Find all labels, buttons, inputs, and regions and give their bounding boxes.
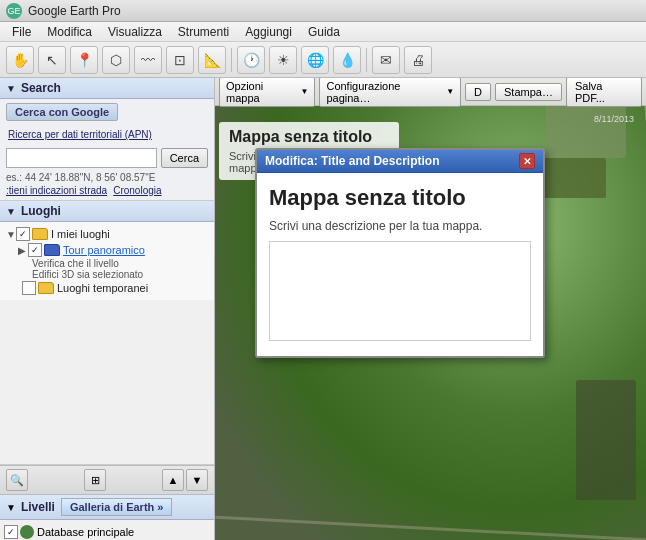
map-toolbar: Opzioni mappa ▼ Configurazione pagina… ▼… xyxy=(215,78,646,106)
search-input-row: Cerca xyxy=(6,148,208,168)
search-tabs: Cerca con Google xyxy=(6,103,208,121)
layers-section-header[interactable]: ▼ Livelli Galleria di Earth » xyxy=(0,495,214,520)
map-overlay-title: Mappa senza titolo xyxy=(229,128,389,146)
print-button[interactable]: 🖨 xyxy=(404,46,432,74)
move-down-button[interactable]: ▼ xyxy=(186,469,208,491)
expand-my-places-arrow[interactable]: ▼ xyxy=(6,229,16,240)
tour-checkbox[interactable]: ✓ xyxy=(28,243,42,257)
add-folder-button[interactable]: ⊞ xyxy=(84,469,106,491)
db-icon xyxy=(20,525,34,539)
list-item: ✓ Database principale xyxy=(4,524,210,540)
stamp-button[interactable]: Stampa… xyxy=(495,83,562,101)
ruler-button[interactable]: 📐 xyxy=(198,46,226,74)
search-links: :tieni indicazioni strada Cronologia xyxy=(6,185,208,196)
list-item: Edifici 3D sia selezionato xyxy=(4,269,210,280)
my-places-folder-icon xyxy=(32,228,48,240)
config-page-dropdown[interactable]: Configurazione pagina… ▼ xyxy=(319,78,461,107)
list-item: Verifica che il livello xyxy=(4,258,210,269)
menu-modifica[interactable]: Modifica xyxy=(39,23,100,41)
dialog-close-button[interactable]: ✕ xyxy=(519,153,535,169)
layers-collapse-arrow[interactable]: ▼ xyxy=(6,502,16,513)
save-pdf-button[interactable]: Salva PDF... xyxy=(566,78,642,107)
history-button[interactable]: 🕐 xyxy=(237,46,265,74)
config-page-label: Configurazione pagina… xyxy=(326,80,442,104)
right-panel: Opzioni mappa ▼ Configurazione pagina… ▼… xyxy=(215,78,646,540)
options-map-dropdown[interactable]: Opzioni mappa ▼ xyxy=(219,78,315,107)
temp-checkbox[interactable] xyxy=(22,281,36,295)
search-places-button[interactable]: 🔍 xyxy=(6,469,28,491)
options-map-label: Opzioni mappa xyxy=(226,80,297,104)
list-item: ▶ ✓ Tour panoramico xyxy=(4,242,210,258)
email-button[interactable]: ✉ xyxy=(372,46,400,74)
search-button[interactable]: Cerca xyxy=(161,148,208,168)
search-collapse-arrow[interactable]: ▼ xyxy=(6,83,16,94)
temp-places-label: Luoghi temporanei xyxy=(57,282,148,294)
add-placemark-button[interactable]: 📍 xyxy=(70,46,98,74)
search-section-header[interactable]: ▼ Search xyxy=(0,78,214,99)
tour-button[interactable]: 🌐 xyxy=(301,46,329,74)
sat-patch xyxy=(576,380,636,500)
date-label: 8/11/2013 xyxy=(594,114,634,124)
tour-label[interactable]: Tour panoramico xyxy=(63,244,145,256)
sat-patch xyxy=(546,98,626,158)
menu-file[interactable]: File xyxy=(4,23,39,41)
history-link[interactable]: Cronologia xyxy=(113,185,161,196)
menu-bar: File Modifica Visualizza Strumenti Aggiu… xyxy=(0,22,646,42)
tour-folder-icon xyxy=(44,244,60,256)
edit-dialog: Modifica: Title and Description ✕ Mappa … xyxy=(255,148,545,358)
places-collapse-arrow[interactable]: ▼ xyxy=(6,206,16,217)
dialog-title-label: Modifica: Title and Description xyxy=(265,154,439,168)
places-label: Luoghi xyxy=(21,204,61,218)
db-checkbox[interactable]: ✓ xyxy=(4,525,18,539)
add-path-button[interactable]: 〰 xyxy=(134,46,162,74)
menu-visualizza[interactable]: Visualizza xyxy=(100,23,170,41)
search-tab-apn[interactable]: Ricerca per dati territoriali (APN) xyxy=(6,127,208,142)
layers-content: ✓ Database principale Earth Pro (USA) xyxy=(0,520,214,540)
my-places-checkbox[interactable]: ✓ xyxy=(16,227,30,241)
sat-road xyxy=(642,78,646,540)
search-tab-google[interactable]: Cerca con Google xyxy=(6,103,118,121)
places-section: ▼ ✓ I miei luoghi ▶ ✓ Tour panoramico Ve… xyxy=(0,222,214,465)
move-up-button[interactable]: ▲ xyxy=(162,469,184,491)
pointer-tool-button[interactable]: ↖ xyxy=(38,46,66,74)
sat-road xyxy=(215,516,646,540)
layers-tabs: Galleria di Earth » xyxy=(61,498,173,516)
dialog-map-title: Mappa senza titolo xyxy=(269,185,531,211)
dialog-body: Mappa senza titolo Scrivi una descrizion… xyxy=(257,173,543,356)
app-title: Google Earth Pro xyxy=(28,4,121,18)
app-icon: GE xyxy=(6,3,22,19)
main-layout: ▼ Search Cerca con Google Ricerca per da… xyxy=(0,78,646,540)
expand-tour-arrow[interactable]: ▶ xyxy=(18,245,28,256)
directions-link[interactable]: :tieni indicazioni strada xyxy=(6,185,107,196)
reorder-buttons: ▲ ▼ xyxy=(162,469,208,491)
toolbar-sep-1 xyxy=(231,48,232,72)
search-input[interactable] xyxy=(6,148,157,168)
add-overlay-button[interactable]: ⊡ xyxy=(166,46,194,74)
sunlight-button[interactable]: ☀ xyxy=(269,46,297,74)
options-dropdown-arrow: ▼ xyxy=(301,87,309,96)
config-dropdown-arrow: ▼ xyxy=(446,87,454,96)
temp-folder-icon xyxy=(38,282,54,294)
file-button[interactable]: D xyxy=(465,83,491,101)
layers-label: Livelli xyxy=(21,500,55,514)
main-toolbar: ✋ ↖ 📍 ⬡ 〰 ⊡ 📐 🕐 ☀ 🌐 💧 ✉ 🖨 xyxy=(0,42,646,78)
places-content: ▼ ✓ I miei luoghi ▶ ✓ Tour panoramico Ve… xyxy=(0,222,214,300)
water-button[interactable]: 💧 xyxy=(333,46,361,74)
menu-guida[interactable]: Guida xyxy=(300,23,348,41)
my-places-label: I miei luoghi xyxy=(51,228,110,240)
satellite-view[interactable]: Opzioni mappa ▼ Configurazione pagina… ▼… xyxy=(215,78,646,540)
db-label: Database principale xyxy=(37,526,134,538)
menu-strumenti[interactable]: Strumenti xyxy=(170,23,237,41)
left-panel: ▼ Search Cerca con Google Ricerca per da… xyxy=(0,78,215,540)
title-bar: GE Google Earth Pro xyxy=(0,0,646,22)
menu-aggiungi[interactable]: Aggiungi xyxy=(237,23,300,41)
places-bottom-bar: 🔍 ⊞ ▲ ▼ xyxy=(0,465,214,495)
add-polygon-button[interactable]: ⬡ xyxy=(102,46,130,74)
places-section-header[interactable]: ▼ Luoghi xyxy=(0,201,214,222)
list-item: ▼ ✓ I miei luoghi xyxy=(4,226,210,242)
search-section: Cerca con Google Ricerca per dati territ… xyxy=(0,99,214,201)
move-tool-button[interactable]: ✋ xyxy=(6,46,34,74)
toolbar-sep-2 xyxy=(366,48,367,72)
gallery-tab[interactable]: Galleria di Earth » xyxy=(61,498,173,516)
dialog-desc-input[interactable] xyxy=(269,241,531,341)
